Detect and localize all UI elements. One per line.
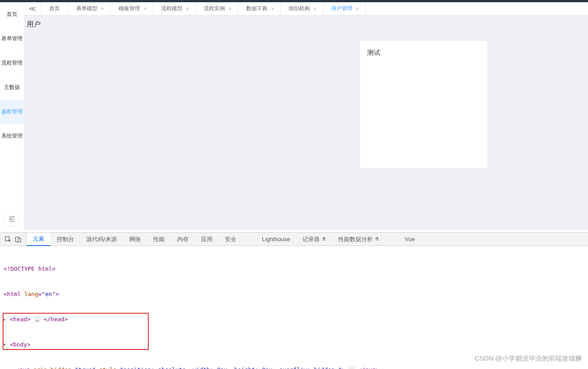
- tab-label: 网络: [129, 235, 141, 243]
- tab-label: Vue: [405, 236, 415, 242]
- tab-scroll-left[interactable]: ≪: [24, 2, 41, 15]
- close-icon[interactable]: ×: [228, 6, 232, 12]
- dom-line[interactable]: ▾<body>: [4, 340, 584, 349]
- sidebar-item-master[interactable]: 主数据: [0, 75, 24, 100]
- sidebar-item-label: 流程管理: [1, 59, 23, 67]
- close-icon[interactable]: ×: [186, 6, 189, 12]
- modal-text: 测试: [367, 49, 380, 56]
- devtools-icon-group: [0, 233, 27, 246]
- tab-template[interactable]: 模板管理×: [111, 2, 153, 15]
- device-toggle-icon[interactable]: [15, 236, 22, 243]
- devtools-tab-memory[interactable]: 内存: [171, 233, 195, 246]
- tab-org[interactable]: 组织机构×: [281, 2, 323, 15]
- watermark-text: CSDN @小学都没毕业的前端攻城狮: [475, 354, 582, 363]
- tab-dict[interactable]: 数据字典×: [238, 2, 281, 15]
- collapse-icon[interactable]: ▾: [3, 340, 6, 349]
- sidebar-item-label: 系统管理: [1, 132, 23, 140]
- sidebar-item-form[interactable]: 表单管理: [0, 27, 24, 51]
- tab-user[interactable]: 用户管理×: [323, 2, 366, 15]
- expand-icon[interactable]: ▸: [3, 365, 6, 369]
- tab-label: 内存: [177, 235, 189, 243]
- tab-label: 数据字典: [246, 5, 267, 12]
- devtools-tab-bar: 元素 控制台 源代码/来源 网络 性能 内存 应用 安全 Lighthouse …: [0, 233, 588, 246]
- dom-line[interactable]: <!DOCTYPE html>: [4, 265, 584, 273]
- content-area: 用户 测试: [24, 15, 588, 230]
- sidebar-item-label: 首页: [7, 11, 17, 18]
- dom-line[interactable]: ▸<svg aria-hidden="true" style="position…: [4, 365, 584, 369]
- page-title: 用户: [24, 15, 588, 34]
- sidebar: 首页 表单管理 流程管理 主数据 鉴权管理 系统管理: [0, 2, 24, 230]
- dom-line[interactable]: ▸<head> … </head>: [4, 315, 584, 323]
- tab-label: 流程实例: [204, 5, 225, 12]
- tab-label: 元素: [33, 235, 44, 243]
- devtools-tab-console[interactable]: 控制台: [50, 233, 80, 246]
- sidebar-item-home[interactable]: 首页: [0, 2, 24, 27]
- sidebar-item-system[interactable]: 系统管理: [0, 124, 24, 148]
- tab-label: 安全: [225, 235, 236, 243]
- sidebar-item-auth[interactable]: 鉴权管理: [0, 100, 24, 124]
- devtools-tab-lighthouse[interactable]: Lighthouse: [256, 233, 297, 246]
- devtools-tab-elements[interactable]: 元素: [27, 233, 50, 246]
- sidebar-item-label: 表单管理: [1, 35, 23, 42]
- tab-label: 首页: [49, 5, 60, 12]
- tab-bar: ≪ 首页 表单模型× 模板管理× 流程模型× 流程实例× 数据字典× 组织机构×…: [24, 2, 588, 15]
- sidebar-item-flow[interactable]: 流程管理: [0, 51, 24, 75]
- devtools-tab-network[interactable]: 网络: [123, 233, 147, 246]
- expand-icon[interactable]: ▸: [3, 315, 6, 323]
- tab-label: 应用: [201, 235, 213, 243]
- fold-icon: [8, 215, 15, 223]
- tab-label: 记录器: [302, 235, 320, 243]
- tab-flow-instance[interactable]: 流程实例×: [196, 2, 238, 15]
- close-icon[interactable]: ×: [271, 6, 274, 12]
- tab-label: Lighthouse: [262, 236, 290, 242]
- tab-flow-model[interactable]: 流程模型×: [153, 2, 196, 15]
- tab-label: 流程模型: [161, 5, 182, 12]
- devtools-dom-tree[interactable]: <!DOCTYPE html> <html lang="en"> ▸<head>…: [0, 246, 588, 369]
- tab-label: 表单模型: [76, 5, 97, 12]
- close-icon[interactable]: ×: [313, 6, 317, 12]
- close-icon[interactable]: ×: [356, 6, 359, 12]
- tab-form-model[interactable]: 表单模型×: [68, 2, 111, 15]
- custom-modal: 测试: [360, 40, 488, 169]
- devtools-tab-performance[interactable]: 性能: [147, 233, 171, 246]
- devtools-tab-sources[interactable]: 源代码/来源: [80, 233, 123, 246]
- tab-label: 性能: [153, 235, 165, 243]
- tab-label: 用户管理: [331, 5, 352, 12]
- tab-label: 模板管理: [119, 5, 140, 12]
- devtools-panel: 元素 控制台 源代码/来源 网络 性能 内存 应用 安全 Lighthouse …: [0, 232, 588, 369]
- sidebar-item-label: 鉴权管理: [1, 108, 23, 115]
- devtools-tab-recorder[interactable]: 记录器⚗: [296, 233, 332, 246]
- dom-line[interactable]: <html lang="en">: [4, 290, 584, 298]
- tab-label: 性能数据分析: [338, 235, 373, 243]
- devtools-tab-app[interactable]: 应用: [195, 233, 219, 246]
- svg-rect-2: [18, 238, 21, 242]
- sidebar-item-label: 主数据: [4, 84, 20, 91]
- preview-badge-icon: ⚗: [321, 236, 326, 242]
- sidebar-collapse-button[interactable]: [5, 212, 19, 226]
- tab-label: 控制台: [57, 235, 74, 243]
- close-icon[interactable]: ×: [101, 6, 104, 12]
- chevron-double-left-icon: ≪: [29, 4, 36, 13]
- devtools-tab-vue[interactable]: Vue: [398, 233, 421, 246]
- preview-badge-icon: ⚗: [375, 236, 379, 242]
- tab-label: 组织机构: [289, 5, 310, 12]
- close-icon[interactable]: ×: [143, 6, 147, 12]
- devtools-tab-perf-insights[interactable]: 性能数据分析⚗: [332, 233, 385, 246]
- devtools-tab-security[interactable]: 安全: [219, 233, 243, 246]
- inspect-icon[interactable]: [4, 236, 12, 243]
- tab-home[interactable]: 首页: [41, 2, 68, 15]
- tab-label: 源代码/来源: [86, 235, 117, 243]
